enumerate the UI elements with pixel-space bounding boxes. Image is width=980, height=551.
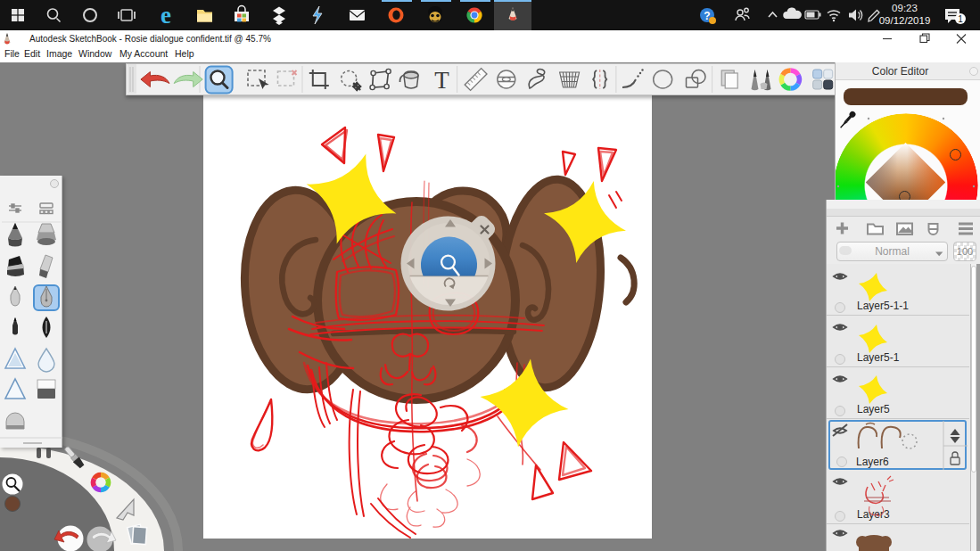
svg-text:e: e: [161, 2, 171, 29]
svg-text:1: 1: [958, 14, 963, 24]
svg-text:T: T: [434, 67, 449, 94]
